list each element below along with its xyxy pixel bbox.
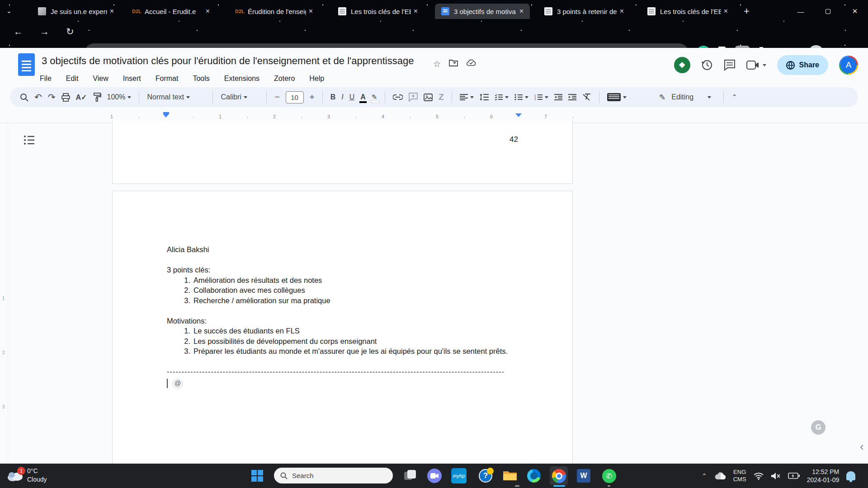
move-folder-icon[interactable] xyxy=(449,59,458,67)
google-docs-logo[interactable] xyxy=(18,53,35,76)
add-comment-icon[interactable] xyxy=(409,93,418,102)
edge-button[interactable] xyxy=(526,468,542,484)
menu-tools[interactable]: Tools xyxy=(192,73,210,84)
maximize-button[interactable] xyxy=(817,5,838,18)
forward-button[interactable]: → xyxy=(40,26,49,37)
font-family-select[interactable]: Calibri xyxy=(221,93,259,101)
bulleted-list-button[interactable] xyxy=(514,94,528,100)
share-button[interactable]: Share xyxy=(777,55,828,75)
menu-format[interactable]: Format xyxy=(155,73,179,84)
zotero-button[interactable]: Z xyxy=(439,92,444,102)
new-tab-button[interactable]: + xyxy=(744,5,750,17)
version-history-icon[interactable] xyxy=(701,59,713,71)
whatsapp-button[interactable]: ✆ xyxy=(601,468,617,484)
reload-button[interactable]: ↻ xyxy=(66,26,74,37)
document-page-2[interactable]: Alicia Bakshi 3 points clés: 1. Améliora… xyxy=(112,191,573,488)
paragraph-style-select[interactable]: Normal text xyxy=(147,93,205,101)
cloud-saved-icon[interactable] xyxy=(466,59,476,66)
increase-indent-icon[interactable] xyxy=(568,94,576,100)
align-button[interactable] xyxy=(460,94,474,100)
redo-icon[interactable]: ↷ xyxy=(48,92,56,103)
insert-image-icon[interactable] xyxy=(424,94,433,101)
start-button[interactable] xyxy=(249,468,265,484)
bold-button[interactable]: B xyxy=(330,93,336,101)
tab-close-icon[interactable]: × xyxy=(306,7,316,15)
menu-file[interactable]: File xyxy=(39,73,52,84)
minimize-button[interactable]: — xyxy=(790,5,811,18)
tab-5-active[interactable]: 3 objectifs de motiva × xyxy=(435,4,530,19)
tab-4[interactable]: Les trois clés de l'EEA × xyxy=(332,4,424,19)
tab-3[interactable]: D2L Érudition de l'enseig × xyxy=(229,4,319,19)
chrome-button[interactable] xyxy=(551,468,567,484)
document-outline-icon[interactable] xyxy=(24,135,34,145)
menu-insert[interactable]: Insert xyxy=(122,73,142,84)
chat-app-button[interactable] xyxy=(426,468,443,484)
green-extension-icon[interactable]: ❖ xyxy=(674,57,690,73)
language-indicator[interactable]: ENGCMS xyxy=(733,469,746,483)
tab-close-icon[interactable]: × xyxy=(721,7,731,15)
volume-muted-icon[interactable] xyxy=(771,472,781,480)
menu-edit[interactable]: Edit xyxy=(65,73,80,84)
numbered-list-button[interactable]: 123 xyxy=(534,94,548,100)
input-tools-button[interactable] xyxy=(607,93,627,101)
comments-icon[interactable] xyxy=(724,59,736,71)
right-indent-marker[interactable] xyxy=(515,113,522,117)
zoom-select[interactable]: 100% xyxy=(107,93,132,101)
line-spacing-button[interactable] xyxy=(480,94,489,100)
decrease-indent-icon[interactable] xyxy=(554,94,562,100)
font-size-input[interactable]: 10 xyxy=(286,91,304,103)
spell-check-icon[interactable]: A✓ xyxy=(76,93,87,102)
left-indent-marker[interactable] xyxy=(163,112,169,117)
vertical-ruler[interactable]: 1 2 3 xyxy=(0,123,8,464)
tab-close-icon[interactable]: × xyxy=(203,7,212,15)
at-mention-chip[interactable]: @ xyxy=(172,378,183,389)
video-call-button[interactable] xyxy=(746,61,766,70)
text-color-button[interactable]: A xyxy=(360,93,366,101)
tab-2[interactable]: D2L Accueil - Erudit.e × xyxy=(126,4,216,19)
side-panel-chevron-icon[interactable]: ‹ xyxy=(860,440,864,454)
weather-widget[interactable]: 1 0°C Cloudy xyxy=(6,467,47,484)
file-explorer-button[interactable] xyxy=(502,468,518,484)
tab-close-icon[interactable]: × xyxy=(107,7,117,15)
wifi-icon[interactable] xyxy=(754,472,764,480)
tab-close-icon[interactable]: × xyxy=(517,7,526,15)
italic-button[interactable]: I xyxy=(341,93,343,101)
clock[interactable]: 12:52 PM 2024-01-09 xyxy=(807,468,840,484)
search-icon[interactable] xyxy=(20,93,28,102)
taskbar-search[interactable]: Search xyxy=(274,468,393,483)
onedrive-icon[interactable] xyxy=(714,472,726,480)
tab-close-icon[interactable]: × xyxy=(411,7,420,15)
tab-list-chevron-icon[interactable]: ⌄ xyxy=(6,7,12,14)
word-button[interactable]: W xyxy=(576,468,592,484)
increase-font-size-button[interactable]: + xyxy=(310,92,315,102)
tab-close-icon[interactable]: × xyxy=(617,7,627,15)
task-view-button[interactable] xyxy=(402,468,418,484)
menu-zotero[interactable]: Zotero xyxy=(273,73,296,84)
editing-mode-select[interactable]: ✎ Editing xyxy=(659,93,711,102)
myhp-app-button[interactable]: myhp xyxy=(451,468,467,484)
hidden-icons-chevron[interactable]: ⌃ xyxy=(702,472,707,479)
close-window-button[interactable]: ✕ xyxy=(844,5,865,18)
print-icon[interactable] xyxy=(61,93,70,102)
battery-icon[interactable] xyxy=(788,473,800,479)
tab-7[interactable]: Les trois clés de l'EEA × xyxy=(641,4,734,19)
undo-icon[interactable]: ↶ xyxy=(34,92,42,103)
document-page-1[interactable]: 42 xyxy=(112,121,573,184)
menu-help[interactable]: Help xyxy=(308,73,325,84)
tab-6[interactable]: 3 points à retenir de × xyxy=(538,4,630,19)
account-avatar[interactable]: A xyxy=(839,56,858,75)
document-body[interactable]: Alicia Bakshi 3 points clés: 1. Améliora… xyxy=(167,244,519,389)
highlight-color-button[interactable]: ✎ xyxy=(372,93,377,101)
paint-format-icon[interactable] xyxy=(93,93,101,102)
menu-extensions[interactable]: Extensions xyxy=(223,73,260,84)
tab-1[interactable]: Je suis un.e expermin × xyxy=(32,4,120,19)
clear-formatting-icon[interactable] xyxy=(582,94,591,101)
star-document-icon[interactable]: ☆ xyxy=(433,59,441,69)
collapse-toolbar-button[interactable]: ⌃ xyxy=(731,93,737,101)
back-button[interactable]: ← xyxy=(14,26,23,37)
insert-link-icon[interactable] xyxy=(393,94,403,100)
underline-button[interactable]: U xyxy=(349,93,355,101)
grammarly-status-badge[interactable]: G xyxy=(811,420,826,435)
notification-bell-icon[interactable] xyxy=(846,471,855,480)
menu-view[interactable]: View xyxy=(92,73,109,84)
